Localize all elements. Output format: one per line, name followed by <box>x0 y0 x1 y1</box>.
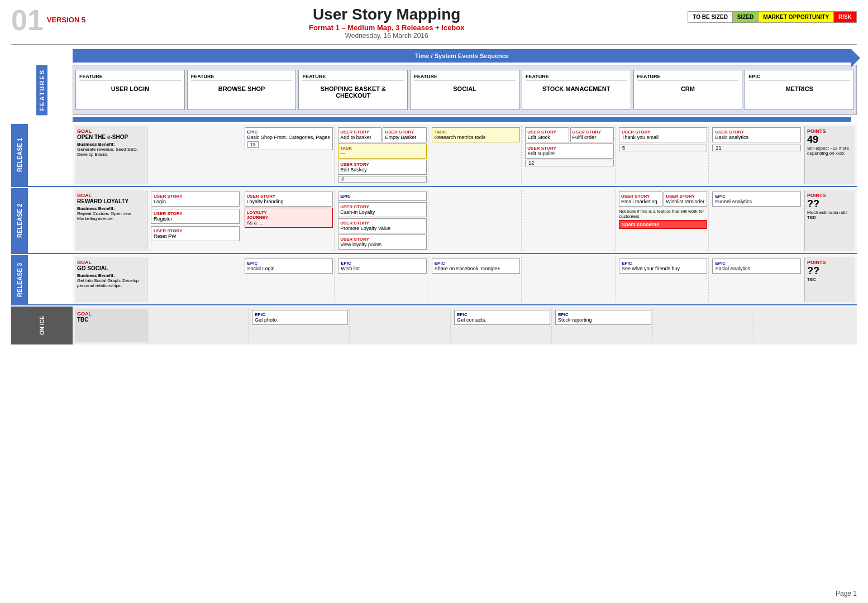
card: EPIC <box>338 192 427 201</box>
card: EPICGet contacts. <box>454 310 550 325</box>
points-note: Much estimation still TBD <box>807 210 852 220</box>
card-tag: EPIC <box>715 261 798 266</box>
card-num: 13 <box>247 141 259 148</box>
release-label-wrap-2: RELEASE 2 <box>11 188 73 253</box>
card: USER STORYPromote Loyalty Value <box>338 218 427 233</box>
header: 01 VERSION 5 User Story Mapping Format 1… <box>11 6 857 40</box>
icebox-container: ON ICEGOALTBCEPICGet photoEPICGet contac… <box>11 307 857 344</box>
story-col-crm-1: USER STORYThank you email5 <box>618 126 709 184</box>
goal-label: GOAL <box>77 260 145 265</box>
points-value: 49 <box>807 134 852 146</box>
time-banner-row: Time / System Events Sequence <box>73 49 851 63</box>
card: USER STORYAdd to basket <box>338 127 381 142</box>
card: USER STORYCash-in Loyalty <box>338 202 427 217</box>
card: EPICFunnel Analytics <box>712 192 801 207</box>
icebox-label: ON ICE <box>11 307 73 344</box>
feature-card-6: EPIC METRICS <box>745 70 854 110</box>
icebox-col-crm <box>655 309 754 342</box>
card-body: Basic analytics <box>715 135 798 140</box>
features-row: FEATURES FEATURE USER LOGINFEATURE BROWS… <box>11 65 857 115</box>
feature-title: METRICS <box>748 83 850 94</box>
page-subtitle: Format 1 – Medium Map, 3 Releases + Iceb… <box>85 23 688 32</box>
release-content-2: GOAL REWARD LOYALTY Business Benefit: Re… <box>73 188 857 253</box>
page: 01 VERSION 5 User Story Mapping Format 1… <box>0 0 868 603</box>
goal-title: GO SOCIAL <box>77 265 145 271</box>
story-col-shopping-2: EPICUSER STORYCash-in LoyaltyUSER STORYP… <box>337 190 428 251</box>
goal-label: GOAL <box>77 193 145 198</box>
features-content: FEATURE USER LOGINFEATURE BROWSE SHOPFEA… <box>73 65 857 115</box>
points-label: POINTS <box>807 193 852 198</box>
points-value: ?? <box>807 198 852 210</box>
header-center: User Story Mapping Format 1 – Medium Map… <box>85 6 688 40</box>
points-col-2: POINTS ?? Much estimation still TBD <box>804 190 855 251</box>
icebox-col-shopping <box>352 309 451 342</box>
note-text: Not sure if this is a feature that will … <box>619 209 708 219</box>
feature-card-4: FEATURE STOCK MANAGEMENT <box>522 70 631 110</box>
loyalty-journey-card: LOYALTYJOURNEYAs a ... <box>245 208 333 228</box>
card-body: Funnel Analytics <box>715 199 798 204</box>
card-body: Register <box>154 216 237 222</box>
feature-card-2: FEATURE SHOPPING BASKET & CHECKOUT <box>298 70 408 110</box>
card: EPICSee what your friends buy. <box>619 259 708 274</box>
card-tag: EPIC <box>457 312 547 317</box>
card-body: Social Analytics <box>715 266 798 271</box>
card-tag: EPIC <box>341 261 424 266</box>
card: USER STORYThank you email <box>619 127 708 142</box>
icebox-col-browse-shop: EPICGet photo <box>251 309 350 342</box>
task-card: TASK— <box>338 143 427 159</box>
page-date: Wednesday, 16 March 2016 <box>85 32 688 40</box>
story-col-shopping-3: EPICWish list <box>337 257 428 302</box>
benefit-text: Generate revenue. Seed SEO. Develop Bran… <box>77 147 145 157</box>
feature-type: FEATURE <box>637 74 739 81</box>
story-col-stock-1: USER STORYEdit StockUSER STORYFulfil ord… <box>524 126 616 184</box>
points-note: TBC <box>807 277 852 282</box>
feature-type: FEATURE <box>414 74 516 81</box>
version-label: VERSION 5 <box>47 16 85 24</box>
card-body: Thank you email <box>622 135 705 140</box>
card-tag: EPIC <box>622 261 705 266</box>
story-col-browse-shop-3: EPICSocial Login <box>244 257 335 302</box>
card: USER STORYFulfil order <box>570 127 614 142</box>
legend: TO BE SIZED SIZED MARKET OPPORTUNITY RIS… <box>688 11 857 23</box>
card: USER STORYEdit Baskey <box>338 160 427 175</box>
goal-col-1: GOAL OPEN THE e-SHOP Business Benefit: G… <box>75 126 147 184</box>
feature-card-5: FEATURE CRM <box>633 70 743 110</box>
feature-type: FEATURE <box>302 74 404 81</box>
release-num-3: RELEASE 3 <box>11 255 28 304</box>
story-col-stock-2 <box>524 190 616 251</box>
icebox-col-user-login <box>150 309 249 342</box>
feature-type: EPIC <box>748 74 850 81</box>
card: EPICSocial Analytics <box>712 259 801 274</box>
card-tag: USER STORY <box>154 228 237 233</box>
num-badge: 5 <box>619 145 708 151</box>
card: EPICSocial Login <box>245 259 333 274</box>
card: USER STORYWishlist reminder <box>664 192 707 207</box>
icebox-col-stock: EPICStock reporting <box>554 309 653 342</box>
time-banner: Time / System Events Sequence <box>73 49 851 63</box>
card-body: Basic Shop Front. Categories, Pages <box>247 135 331 140</box>
story-col-metrics-1: USER STORYBasic analytics21 <box>711 126 802 184</box>
icebox-col-metrics <box>756 309 855 342</box>
card-tag: USER STORY <box>154 211 237 216</box>
story-col-browse-shop-2: USER STORYLoyalty brandingLOYALTYJOURNEY… <box>244 190 335 251</box>
points-note: Still expect ~13 more depending on xxxx <box>807 146 852 156</box>
points-label: POINTS <box>807 128 852 134</box>
card-body: Stock reporting <box>558 317 648 323</box>
feature-title: BROWSE SHOP <box>191 83 293 94</box>
card: USER STORYReset PW <box>151 226 240 241</box>
feature-title: CRM <box>637 83 739 94</box>
goal-label: GOAL <box>77 128 145 134</box>
goal-col-3: GOAL GO SOCIAL Business Benefit: Get int… <box>75 257 147 302</box>
card: USER STORYRegister <box>151 209 240 224</box>
card-tag: EPIC <box>247 261 331 266</box>
points-value: ?? <box>807 265 852 277</box>
card-tag: EPIC <box>715 194 798 199</box>
story-col-social-2 <box>431 190 522 251</box>
features-label-wrap: FEATURES <box>11 65 73 115</box>
card-tag: TASK <box>435 130 518 135</box>
release-label-wrap-1: RELEASE 1 <box>11 124 73 186</box>
card: USER STORYLogin <box>151 192 240 207</box>
icebox-content: GOALTBCEPICGet photoEPICGet contacts.EPI… <box>73 307 857 344</box>
features-separator <box>73 117 851 122</box>
features-label: FEATURES <box>36 65 47 115</box>
